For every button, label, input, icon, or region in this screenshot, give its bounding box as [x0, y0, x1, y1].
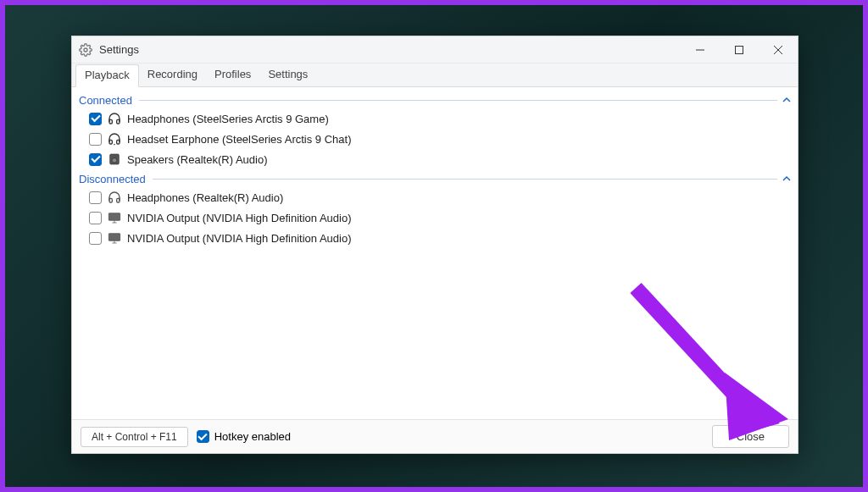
- section-connected-header[interactable]: Connected: [79, 92, 791, 108]
- close-window-button[interactable]: [759, 36, 798, 63]
- device-label: NVIDIA Output (NVIDIA High Definition Au…: [127, 232, 351, 245]
- headphones-icon: [107, 190, 122, 205]
- tab-settings[interactable]: Settings: [259, 64, 316, 87]
- chevron-up-icon: [782, 95, 791, 107]
- headphones-icon: [107, 111, 122, 126]
- device-checkbox[interactable]: [89, 153, 102, 166]
- monitor-icon: [107, 230, 122, 246]
- svg-rect-9: [108, 234, 120, 241]
- device-row[interactable]: Headphones (Realtek(R) Audio): [79, 187, 791, 207]
- monitor-icon: [107, 210, 122, 225]
- section-disconnected-label: Disconnected: [79, 173, 146, 185]
- device-row[interactable]: Speakers (Realtek(R) Audio): [79, 149, 791, 169]
- titlebar: Settings: [72, 36, 798, 64]
- device-label: Speakers (Realtek(R) Audio): [127, 153, 267, 166]
- footer: Alt + Control + F11 Hotkey enabled Close: [72, 419, 798, 453]
- gear-icon: [79, 43, 92, 57]
- tab-playback[interactable]: Playback: [75, 64, 139, 87]
- minimize-button[interactable]: [681, 36, 720, 63]
- device-checkbox[interactable]: [89, 191, 102, 204]
- device-checkbox[interactable]: [89, 232, 102, 245]
- settings-window: Settings Playback Recording Profiles Set…: [71, 36, 798, 454]
- close-button[interactable]: Close: [712, 425, 789, 448]
- device-checkbox[interactable]: [89, 212, 102, 224]
- section-disconnected-header[interactable]: Disconnected: [79, 171, 791, 187]
- section-connected-label: Connected: [79, 94, 132, 107]
- device-checkbox[interactable]: [89, 133, 102, 146]
- tab-profiles[interactable]: Profiles: [206, 64, 259, 87]
- device-checkbox[interactable]: [89, 113, 102, 125]
- hotkey-enabled-checkbox[interactable]: [197, 430, 209, 443]
- device-label: Headset Earphone (SteelSeries Arctis 9 C…: [127, 133, 351, 146]
- svg-point-6: [112, 158, 116, 163]
- hotkey-enabled-label: Hotkey enabled: [214, 430, 291, 443]
- tab-recording[interactable]: Recording: [139, 64, 206, 87]
- tab-bar: Playback Recording Profiles Settings: [72, 64, 798, 87]
- svg-point-0: [84, 48, 87, 52]
- chevron-up-icon: [782, 174, 791, 185]
- headset-icon: [107, 131, 122, 146]
- hotkey-button[interactable]: Alt + Control + F11: [81, 427, 188, 447]
- device-list: Connected Headphones (SteelSeries Arctis…: [72, 87, 798, 419]
- device-label: Headphones (SteelSeries Arctis 9 Game): [127, 113, 329, 125]
- svg-point-7: [114, 156, 115, 158]
- device-label: NVIDIA Output (NVIDIA High Definition Au…: [127, 212, 351, 224]
- svg-rect-8: [108, 213, 120, 221]
- device-row[interactable]: Headset Earphone (SteelSeries Arctis 9 C…: [79, 129, 791, 149]
- device-row[interactable]: NVIDIA Output (NVIDIA High Definition Au…: [79, 228, 791, 248]
- speaker-icon: [107, 152, 122, 167]
- maximize-button[interactable]: [720, 36, 759, 63]
- device-row[interactable]: Headphones (SteelSeries Arctis 9 Game): [79, 108, 791, 129]
- window-title: Settings: [99, 43, 139, 56]
- device-label: Headphones (Realtek(R) Audio): [127, 191, 283, 204]
- svg-rect-2: [736, 46, 743, 53]
- device-row[interactable]: NVIDIA Output (NVIDIA High Definition Au…: [79, 207, 791, 228]
